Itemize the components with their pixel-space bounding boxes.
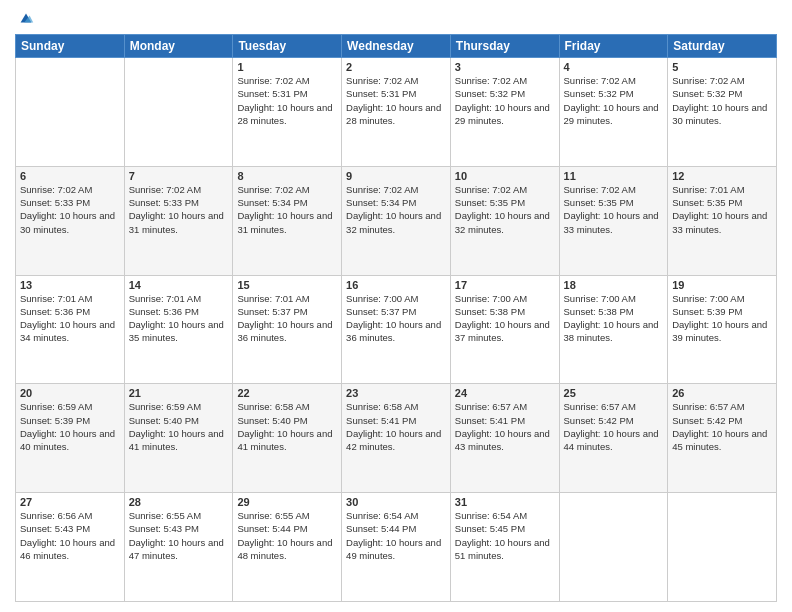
sunset-label: Sunset: 5:40 PM	[129, 415, 199, 426]
week-row-4: 20Sunrise: 6:59 AMSunset: 5:39 PMDayligh…	[16, 384, 777, 493]
sunset-label: Sunset: 5:40 PM	[237, 415, 307, 426]
day-number: 12	[672, 170, 772, 182]
day-cell: 7Sunrise: 7:02 AMSunset: 5:33 PMDaylight…	[124, 166, 233, 275]
day-cell: 31Sunrise: 6:54 AMSunset: 5:45 PMDayligh…	[450, 493, 559, 602]
daylight-label: Daylight: 10 hours and 32 minutes.	[455, 210, 550, 234]
day-number: 6	[20, 170, 120, 182]
daylight-label: Daylight: 10 hours and 37 minutes.	[455, 319, 550, 343]
day-info: Sunrise: 6:55 AMSunset: 5:44 PMDaylight:…	[237, 509, 337, 562]
daylight-label: Daylight: 10 hours and 32 minutes.	[346, 210, 441, 234]
sunrise-label: Sunrise: 6:55 AM	[129, 510, 201, 521]
sunrise-label: Sunrise: 7:01 AM	[672, 184, 744, 195]
day-number: 26	[672, 387, 772, 399]
day-cell: 22Sunrise: 6:58 AMSunset: 5:40 PMDayligh…	[233, 384, 342, 493]
day-header-thursday: Thursday	[450, 35, 559, 58]
sunrise-label: Sunrise: 7:01 AM	[20, 293, 92, 304]
day-cell: 23Sunrise: 6:58 AMSunset: 5:41 PMDayligh…	[342, 384, 451, 493]
day-number: 18	[564, 279, 664, 291]
day-number: 27	[20, 496, 120, 508]
sunset-label: Sunset: 5:39 PM	[20, 415, 90, 426]
daylight-label: Daylight: 10 hours and 48 minutes.	[237, 537, 332, 561]
day-cell: 15Sunrise: 7:01 AMSunset: 5:37 PMDayligh…	[233, 275, 342, 384]
sunrise-label: Sunrise: 7:02 AM	[455, 184, 527, 195]
day-info: Sunrise: 6:59 AMSunset: 5:39 PMDaylight:…	[20, 400, 120, 453]
sunset-label: Sunset: 5:38 PM	[455, 306, 525, 317]
day-cell: 8Sunrise: 7:02 AMSunset: 5:34 PMDaylight…	[233, 166, 342, 275]
day-cell: 4Sunrise: 7:02 AMSunset: 5:32 PMDaylight…	[559, 58, 668, 167]
day-info: Sunrise: 7:02 AMSunset: 5:31 PMDaylight:…	[346, 74, 446, 127]
sunset-label: Sunset: 5:36 PM	[129, 306, 199, 317]
daylight-label: Daylight: 10 hours and 29 minutes.	[455, 102, 550, 126]
sunrise-label: Sunrise: 6:54 AM	[346, 510, 418, 521]
day-header-monday: Monday	[124, 35, 233, 58]
day-number: 11	[564, 170, 664, 182]
sunset-label: Sunset: 5:44 PM	[237, 523, 307, 534]
sunrise-label: Sunrise: 7:01 AM	[129, 293, 201, 304]
day-number: 2	[346, 61, 446, 73]
day-info: Sunrise: 6:59 AMSunset: 5:40 PMDaylight:…	[129, 400, 229, 453]
week-row-5: 27Sunrise: 6:56 AMSunset: 5:43 PMDayligh…	[16, 493, 777, 602]
day-cell: 30Sunrise: 6:54 AMSunset: 5:44 PMDayligh…	[342, 493, 451, 602]
sunrise-label: Sunrise: 7:02 AM	[672, 75, 744, 86]
sunset-label: Sunset: 5:35 PM	[455, 197, 525, 208]
sunrise-label: Sunrise: 7:02 AM	[346, 75, 418, 86]
sunrise-label: Sunrise: 7:02 AM	[129, 184, 201, 195]
daylight-label: Daylight: 10 hours and 28 minutes.	[346, 102, 441, 126]
sunrise-label: Sunrise: 6:58 AM	[346, 401, 418, 412]
sunrise-label: Sunrise: 6:55 AM	[237, 510, 309, 521]
day-info: Sunrise: 7:00 AMSunset: 5:37 PMDaylight:…	[346, 292, 446, 345]
sunset-label: Sunset: 5:33 PM	[20, 197, 90, 208]
day-cell: 17Sunrise: 7:00 AMSunset: 5:38 PMDayligh…	[450, 275, 559, 384]
day-number: 15	[237, 279, 337, 291]
sunset-label: Sunset: 5:31 PM	[346, 88, 416, 99]
sunrise-label: Sunrise: 6:59 AM	[20, 401, 92, 412]
day-cell	[16, 58, 125, 167]
day-info: Sunrise: 7:02 AMSunset: 5:33 PMDaylight:…	[20, 183, 120, 236]
day-cell: 13Sunrise: 7:01 AMSunset: 5:36 PMDayligh…	[16, 275, 125, 384]
day-number: 28	[129, 496, 229, 508]
day-number: 8	[237, 170, 337, 182]
day-cell: 2Sunrise: 7:02 AMSunset: 5:31 PMDaylight…	[342, 58, 451, 167]
day-number: 23	[346, 387, 446, 399]
day-info: Sunrise: 6:55 AMSunset: 5:43 PMDaylight:…	[129, 509, 229, 562]
day-number: 25	[564, 387, 664, 399]
sunrise-label: Sunrise: 6:56 AM	[20, 510, 92, 521]
day-number: 31	[455, 496, 555, 508]
day-info: Sunrise: 7:02 AMSunset: 5:33 PMDaylight:…	[129, 183, 229, 236]
daylight-label: Daylight: 10 hours and 31 minutes.	[129, 210, 224, 234]
daylight-label: Daylight: 10 hours and 43 minutes.	[455, 428, 550, 452]
day-header-sunday: Sunday	[16, 35, 125, 58]
day-cell: 12Sunrise: 7:01 AMSunset: 5:35 PMDayligh…	[668, 166, 777, 275]
daylight-label: Daylight: 10 hours and 39 minutes.	[672, 319, 767, 343]
calendar-table: SundayMondayTuesdayWednesdayThursdayFrid…	[15, 34, 777, 602]
daylight-label: Daylight: 10 hours and 29 minutes.	[564, 102, 659, 126]
day-header-saturday: Saturday	[668, 35, 777, 58]
day-info: Sunrise: 7:02 AMSunset: 5:35 PMDaylight:…	[455, 183, 555, 236]
daylight-label: Daylight: 10 hours and 40 minutes.	[20, 428, 115, 452]
week-row-1: 1Sunrise: 7:02 AMSunset: 5:31 PMDaylight…	[16, 58, 777, 167]
sunset-label: Sunset: 5:42 PM	[672, 415, 742, 426]
daylight-label: Daylight: 10 hours and 45 minutes.	[672, 428, 767, 452]
sunrise-label: Sunrise: 7:02 AM	[346, 184, 418, 195]
sunrise-label: Sunrise: 7:02 AM	[237, 75, 309, 86]
day-info: Sunrise: 6:57 AMSunset: 5:42 PMDaylight:…	[672, 400, 772, 453]
day-cell: 5Sunrise: 7:02 AMSunset: 5:32 PMDaylight…	[668, 58, 777, 167]
daylight-label: Daylight: 10 hours and 41 minutes.	[129, 428, 224, 452]
sunset-label: Sunset: 5:45 PM	[455, 523, 525, 534]
daylight-label: Daylight: 10 hours and 42 minutes.	[346, 428, 441, 452]
daylight-label: Daylight: 10 hours and 35 minutes.	[129, 319, 224, 343]
day-info: Sunrise: 7:01 AMSunset: 5:36 PMDaylight:…	[20, 292, 120, 345]
sunset-label: Sunset: 5:34 PM	[346, 197, 416, 208]
day-number: 5	[672, 61, 772, 73]
day-info: Sunrise: 6:58 AMSunset: 5:41 PMDaylight:…	[346, 400, 446, 453]
day-info: Sunrise: 6:58 AMSunset: 5:40 PMDaylight:…	[237, 400, 337, 453]
sunset-label: Sunset: 5:35 PM	[672, 197, 742, 208]
day-info: Sunrise: 6:57 AMSunset: 5:41 PMDaylight:…	[455, 400, 555, 453]
daylight-label: Daylight: 10 hours and 36 minutes.	[346, 319, 441, 343]
day-cell: 14Sunrise: 7:01 AMSunset: 5:36 PMDayligh…	[124, 275, 233, 384]
day-info: Sunrise: 7:02 AMSunset: 5:35 PMDaylight:…	[564, 183, 664, 236]
day-cell: 19Sunrise: 7:00 AMSunset: 5:39 PMDayligh…	[668, 275, 777, 384]
day-number: 3	[455, 61, 555, 73]
sunset-label: Sunset: 5:44 PM	[346, 523, 416, 534]
day-number: 29	[237, 496, 337, 508]
